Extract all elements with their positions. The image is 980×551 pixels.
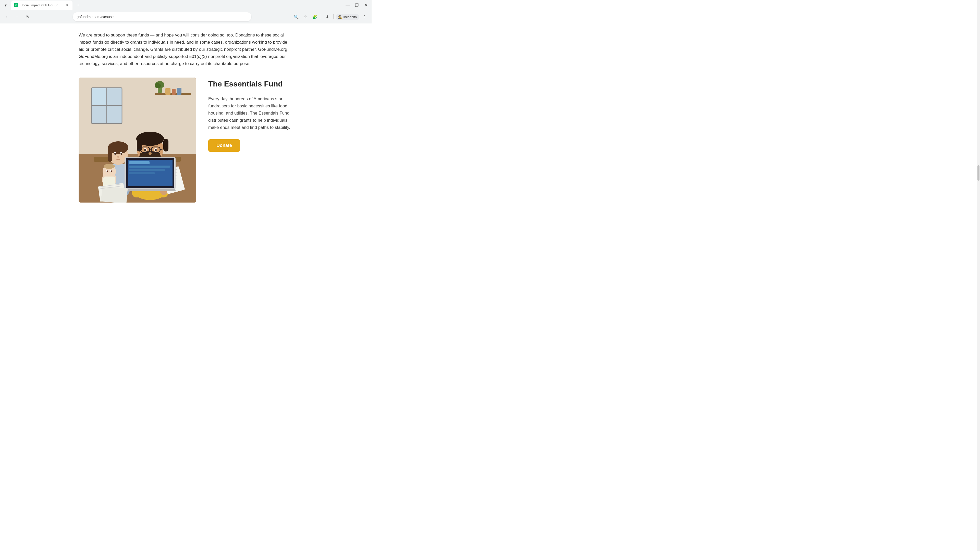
svg-point-7 <box>155 83 161 88</box>
svg-point-51 <box>144 149 146 151</box>
download-icon: ⬇ <box>326 14 329 19</box>
family-illustration <box>79 78 196 203</box>
address-bar[interactable]: gofundme.com/c/cause <box>73 12 251 21</box>
incognito-badge[interactable]: 🕵 Incognito <box>336 14 360 20</box>
gofundme-org-link[interactable]: GoFundMe.org <box>258 47 287 52</box>
toolbar-divider <box>321 14 321 19</box>
svg-rect-8 <box>165 88 170 95</box>
window-controls: — ❐ ✕ <box>344 2 369 9</box>
svg-point-30 <box>103 164 115 169</box>
search-button[interactable]: 🔍 <box>292 13 301 21</box>
tab-close-button[interactable]: × <box>65 3 69 7</box>
svg-point-25 <box>121 153 122 155</box>
content-wrapper: We are proud to support these funds — an… <box>63 24 308 218</box>
svg-rect-65 <box>129 169 165 171</box>
extensions-icon: 🧩 <box>312 14 317 19</box>
fund-image <box>79 78 196 203</box>
fund-info: The Essentials Fund Every day, hundreds … <box>208 78 293 152</box>
forward-button[interactable]: → <box>13 13 21 21</box>
bookmark-icon: ☆ <box>304 14 307 19</box>
svg-point-24 <box>115 153 116 155</box>
svg-rect-41 <box>163 139 169 151</box>
svg-point-26 <box>117 156 119 158</box>
svg-rect-63 <box>129 161 150 164</box>
svg-point-53 <box>148 152 151 155</box>
incognito-label: Incognito <box>343 15 357 19</box>
address-bar-row: ← → ↻ gofundme.com/c/cause 🔍 ☆ 🧩 ⬇ 🕵 Inc… <box>0 10 372 24</box>
reload-button[interactable]: ↻ <box>24 13 32 21</box>
toolbar-divider-2 <box>333 14 334 19</box>
svg-rect-10 <box>177 88 181 95</box>
svg-point-34 <box>111 170 112 172</box>
fund-image-container <box>79 78 196 203</box>
page-content: We are proud to support these funds — an… <box>0 24 372 218</box>
svg-rect-21 <box>110 143 126 150</box>
close-window-button[interactable]: ✕ <box>363 2 369 9</box>
new-tab-button[interactable]: + <box>75 2 82 9</box>
svg-rect-9 <box>172 89 176 95</box>
restore-button[interactable]: ❐ <box>353 2 360 9</box>
svg-rect-67 <box>124 189 176 191</box>
donate-button[interactable]: Donate <box>208 139 240 152</box>
download-button[interactable]: ⬇ <box>323 13 331 21</box>
toolbar-actions: 🔍 ☆ 🧩 ⬇ 🕵 Incognito ⋮ <box>292 13 369 21</box>
more-options-button[interactable]: ⋮ <box>360 13 369 21</box>
svg-rect-66 <box>129 172 155 174</box>
fund-title: The Essentials Fund <box>208 79 293 88</box>
minimize-button[interactable]: — <box>344 2 351 9</box>
svg-point-33 <box>107 170 108 172</box>
back-button[interactable]: ← <box>3 13 11 21</box>
intro-paragraph: We are proud to support these funds — an… <box>79 32 293 67</box>
svg-rect-69 <box>101 186 128 203</box>
tab-title: Social Impact with GoFundMe... <box>21 3 63 7</box>
browser-chrome: ▾ G Social Impact with GoFundMe... × + —… <box>0 0 372 24</box>
incognito-icon: 🕵 <box>338 15 342 19</box>
title-bar: ▾ G Social Impact with GoFundMe... × + —… <box>0 0 372 10</box>
tab-favicon: G <box>14 3 18 7</box>
search-icon: 🔍 <box>294 14 299 19</box>
essentials-fund-section: The Essentials Fund Every day, hundreds … <box>79 78 293 203</box>
fund-description: Every day, hundreds of Americans start f… <box>208 95 293 131</box>
active-tab[interactable]: G Social Impact with GoFundMe... × <box>11 0 73 10</box>
svg-rect-64 <box>129 165 170 168</box>
url-display: gofundme.com/c/cause <box>77 15 247 19</box>
svg-rect-15 <box>92 88 106 105</box>
tab-switcher[interactable]: ▾ <box>2 2 9 9</box>
svg-point-52 <box>155 149 157 151</box>
extensions-button[interactable]: 🧩 <box>310 13 319 21</box>
bookmark-button[interactable]: ☆ <box>301 13 310 21</box>
